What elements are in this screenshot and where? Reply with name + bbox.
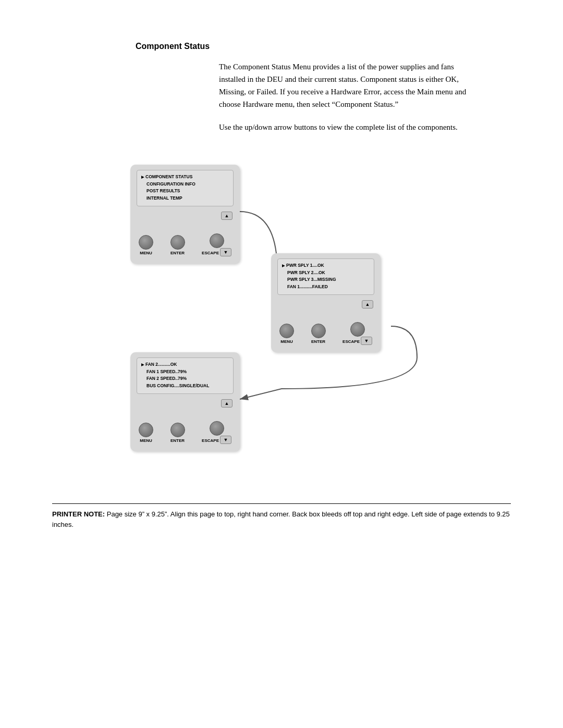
enter-btn-2[interactable]	[311, 324, 326, 338]
down-arrow-btn-3[interactable]: ▼	[220, 436, 231, 444]
menu-label-2: MENU	[280, 339, 293, 344]
panel-1-item-2: CONFIGURATION INFO	[141, 181, 229, 188]
menu-btn-group-2: MENU	[279, 324, 294, 344]
panel-2-item-1: PWR SPLY 1....OK	[282, 262, 370, 269]
menu-btn-2[interactable]	[279, 324, 294, 338]
footer-bold: PRINTER NOTE:	[52, 510, 105, 518]
panel-1-item-1: COMPONENT STATUS	[141, 174, 229, 181]
escape-btn-3[interactable]	[210, 421, 224, 436]
panel-3-item-3: FAN 2 SPEED..79%	[141, 375, 229, 382]
footer-note: PRINTER NOTE: Page size 9” x 9.25”. Alig…	[52, 503, 511, 529]
panel-2-item-3: PWR SPLY 3...MISSING	[282, 276, 370, 283]
menu-btn-1[interactable]	[139, 235, 153, 250]
panel-1-controls: MENU ENTER ESCAPE ▼	[137, 233, 234, 256]
menu-btn-group-1: MENU	[139, 235, 153, 255]
panel-1-menu: COMPONENT STATUS CONFIGURATION INFO POST…	[137, 170, 234, 206]
up-arrow-btn-1[interactable]: ▲	[221, 212, 232, 220]
panel-3: FAN 2..........OK FAN 1 SPEED..79% FAN 2…	[130, 352, 240, 451]
panel-3-item-2: FAN 1 SPEED..79%	[141, 368, 229, 376]
menu-btn-group-3: MENU	[139, 423, 153, 443]
enter-btn-group-2: ENTER	[311, 324, 326, 344]
enter-btn-group-1: ENTER	[170, 235, 185, 255]
escape-label-3: ESCAPE	[202, 438, 219, 443]
enter-label-1: ENTER	[170, 251, 185, 255]
menu-label-3: MENU	[140, 438, 152, 443]
panel-2-item-2: PWR SPLY 2....OK	[282, 269, 370, 277]
panel-2-controls: MENU ENTER ESCAPE ▼	[277, 322, 374, 345]
panel-1-item-3: POST RESULTS	[141, 188, 229, 195]
escape-btn-1[interactable]	[210, 233, 224, 248]
paragraph-2: Use the up/down arrow buttons to view th…	[219, 121, 469, 133]
panel-2-menu: PWR SPLY 1....OK PWR SPLY 2....OK PWR SP…	[277, 258, 374, 295]
enter-label-2: ENTER	[311, 339, 325, 344]
diagram-area: COMPONENT STATUS CONFIGURATION INFO POST…	[52, 149, 511, 472]
panel-1: COMPONENT STATUS CONFIGURATION INFO POST…	[130, 165, 240, 264]
enter-label-3: ENTER	[170, 438, 185, 443]
menu-label-1: MENU	[140, 251, 152, 255]
panel-3-controls: MENU ENTER ESCAPE ▼	[137, 421, 234, 444]
up-arrow-btn-2[interactable]: ▲	[362, 300, 373, 309]
escape-label-2: ESCAPE	[342, 339, 360, 344]
enter-btn-1[interactable]	[170, 235, 185, 250]
section-heading: Component Status	[136, 42, 511, 51]
panel-3-item-1: FAN 2..........OK	[141, 361, 229, 368]
footer-text: Page size 9” x 9.25”. Align this page to…	[52, 510, 510, 528]
panel-1-item-4: INTERNAL TEMP	[141, 195, 229, 202]
enter-btn-group-3: ENTER	[170, 423, 185, 443]
menu-btn-3[interactable]	[139, 423, 153, 437]
down-arrow-btn-1[interactable]: ▼	[220, 248, 231, 256]
escape-group-1: ESCAPE ▼	[202, 233, 231, 256]
panel-2-item-4: FAN 1..........FAILED	[282, 283, 370, 291]
down-arrow-btn-2[interactable]: ▼	[361, 337, 372, 345]
enter-btn-3[interactable]	[170, 423, 185, 437]
escape-btn-2[interactable]	[350, 322, 365, 337]
escape-group-3: ESCAPE ▼	[202, 421, 231, 444]
up-arrow-btn-3[interactable]: ▲	[221, 399, 232, 408]
paragraph-1: The Component Status Menu provides a lis…	[219, 60, 469, 110]
panel-2: PWR SPLY 1....OK PWR SPLY 2....OK PWR SP…	[271, 253, 381, 352]
escape-label-1: ESCAPE	[202, 251, 219, 255]
panel-3-item-4: BUS CONFIG....SINGLE/DUAL	[141, 382, 229, 390]
escape-group-2: ESCAPE ▼	[342, 322, 372, 345]
panel-3-menu: FAN 2..........OK FAN 1 SPEED..79% FAN 2…	[137, 357, 234, 394]
